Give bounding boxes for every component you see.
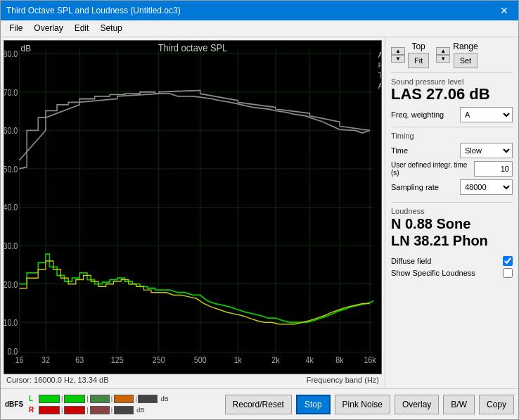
r-level-bar: | | | — [39, 405, 134, 415]
sampling-rate-select[interactable]: 48000 44100 96000 — [460, 179, 513, 195]
svg-text:T: T — [378, 72, 381, 80]
diffuse-field-checkbox[interactable] — [503, 256, 513, 266]
menu-overlay[interactable]: Overlay — [28, 22, 68, 35]
close-button[interactable]: ✕ — [496, 5, 513, 16]
svg-text:R: R — [378, 61, 381, 70]
freq-weighting-row: Freq. weighting A C Z — [391, 107, 513, 122]
n-value: N 0.88 Sone — [391, 215, 513, 232]
sampling-rate-row: Sampling rate 48000 44100 96000 — [391, 179, 513, 195]
l-seg-5 — [138, 395, 158, 403]
svg-text:1k: 1k — [234, 356, 243, 365]
spl-section: Sound pressure level LAS 27.06 dB — [391, 72, 513, 103]
show-specific-row: Show Specific Loudness — [391, 268, 513, 278]
time-select[interactable]: Slow Fast Impulse — [460, 143, 513, 158]
r-channel-row: R | | | dB — [29, 405, 220, 415]
freq-label: Frequency band (Hz) — [307, 376, 379, 384]
svg-text:0.0: 0.0 — [7, 348, 18, 357]
svg-text:8k: 8k — [335, 356, 344, 365]
menu-setup[interactable]: Setup — [94, 22, 127, 35]
svg-text:40.0: 40.0 — [4, 203, 18, 212]
menu-bar: File Overlay Edit Setup — [1, 20, 518, 37]
svg-text:125: 125 — [111, 356, 124, 365]
l-channel-row: L | | | | dB — [29, 394, 220, 404]
l-level-bar: | | | | — [39, 394, 158, 404]
timing-label: Timing — [391, 132, 513, 140]
copy-button[interactable]: Copy — [479, 395, 514, 414]
timing-section: Timing Time Slow Fast Impulse User defin… — [391, 127, 513, 195]
diffuse-field-row: Diffuse field — [391, 256, 513, 266]
time-label: Time — [391, 146, 457, 155]
l-seg-2 — [64, 395, 85, 403]
user-defined-label: User defined integr. time (s) — [391, 161, 471, 177]
svg-text:250: 250 — [153, 356, 165, 365]
r-seg-1 — [39, 406, 60, 414]
sampling-rate-label: Sampling rate — [391, 183, 457, 191]
svg-text:500: 500 — [194, 356, 207, 365]
svg-text:50.0: 50.0 — [4, 165, 18, 174]
r-seg-4 — [114, 406, 134, 414]
pink-noise-button[interactable]: Pink Noise — [335, 395, 390, 414]
l-seg-1 — [39, 395, 60, 403]
svg-text:2k: 2k — [271, 356, 280, 365]
r-seg-2 — [64, 406, 85, 414]
spl-value: LAS 27.06 dB — [391, 86, 513, 103]
chart-container: 80.0 70.0 60.0 50.0 40.0 30.0 20.0 10.0 … — [4, 40, 382, 374]
loudness-section: Loudness N 0.88 Sone LN 38.21 Phon — [391, 202, 513, 249]
user-defined-row: User defined integr. time (s) — [391, 161, 513, 177]
diffuse-field-label: Diffuse field — [391, 257, 499, 265]
svg-text:A: A — [378, 82, 381, 90]
time-row: Time Slow Fast Impulse — [391, 143, 513, 158]
svg-text:A: A — [378, 51, 381, 60]
chart-svg: 80.0 70.0 60.0 50.0 40.0 30.0 20.0 10.0 … — [4, 41, 381, 374]
svg-text:16k: 16k — [364, 356, 376, 365]
bottom-bar: dBFS L | | | | dB — [1, 388, 518, 419]
svg-text:60.0: 60.0 — [4, 127, 18, 136]
menu-edit[interactable]: Edit — [69, 22, 95, 35]
svg-text:32: 32 — [41, 356, 50, 365]
cursor-info: Cursor: 16000.0 Hz, 13.34 dB — [6, 376, 109, 384]
l-seg-4 — [114, 395, 134, 403]
show-specific-checkbox[interactable] — [503, 268, 513, 278]
top-range-row: ▲ ▼ Top Fit ▲ ▼ Range Set — [391, 42, 513, 68]
svg-text:Third octave SPL: Third octave SPL — [158, 42, 228, 53]
checkboxes-section: Diffuse field Show Specific Loudness — [391, 256, 513, 278]
top-spin-group: ▲ ▼ Top Fit — [391, 42, 429, 68]
right-panel: ▲ ▼ Top Fit ▲ ▼ Range Set — [385, 37, 518, 388]
level-meters: L | | | | dB R | — [29, 394, 220, 415]
ln-value: LN 38.21 Phon — [391, 232, 513, 249]
svg-text:16: 16 — [15, 356, 23, 365]
show-specific-label: Show Specific Loudness — [391, 269, 499, 277]
overlay-button[interactable]: Overlay — [395, 395, 439, 414]
range-spin-group: ▲ ▼ Range Set — [436, 42, 478, 68]
top-label: Top — [411, 42, 425, 51]
set-button[interactable]: Set — [454, 53, 478, 68]
range-up-button[interactable]: ▲ — [436, 47, 450, 55]
user-defined-input[interactable] — [474, 161, 513, 177]
svg-text:10.0: 10.0 — [4, 318, 18, 327]
svg-text:70.0: 70.0 — [4, 88, 18, 97]
dbfs-label: dBFS — [5, 400, 23, 408]
svg-text:80.0: 80.0 — [4, 49, 18, 58]
l-channel-label: L — [29, 395, 37, 402]
svg-text:30.0: 30.0 — [4, 241, 18, 250]
window-title: Third Octave SPL and Loudness (Untitled.… — [6, 6, 181, 15]
loudness-label: Loudness — [391, 207, 513, 215]
bw-button[interactable]: B/W — [443, 395, 475, 414]
freq-weighting-select[interactable]: A C Z — [460, 107, 513, 122]
r-dbfs-label: dB — [136, 407, 144, 414]
top-up-button[interactable]: ▲ — [391, 47, 405, 55]
svg-text:dB: dB — [21, 43, 31, 53]
title-bar: Third Octave SPL and Loudness (Untitled.… — [1, 1, 518, 20]
l-dbfs-label: dB — [160, 395, 168, 402]
svg-text:4k: 4k — [305, 356, 314, 365]
menu-file[interactable]: File — [4, 22, 28, 35]
r-seg-3 — [90, 406, 110, 414]
fit-button[interactable]: Fit — [408, 53, 429, 68]
range-down-button[interactable]: ▼ — [436, 55, 450, 63]
record-reset-button[interactable]: Record/Reset — [225, 395, 292, 414]
main-window: Third Octave SPL and Loudness (Untitled.… — [0, 0, 519, 420]
chart-info-bar: Cursor: 16000.0 Hz, 13.34 dB Frequency b… — [4, 374, 382, 386]
svg-text:20.0: 20.0 — [4, 280, 18, 289]
stop-button[interactable]: Stop — [296, 395, 331, 414]
top-down-button[interactable]: ▼ — [391, 55, 405, 63]
